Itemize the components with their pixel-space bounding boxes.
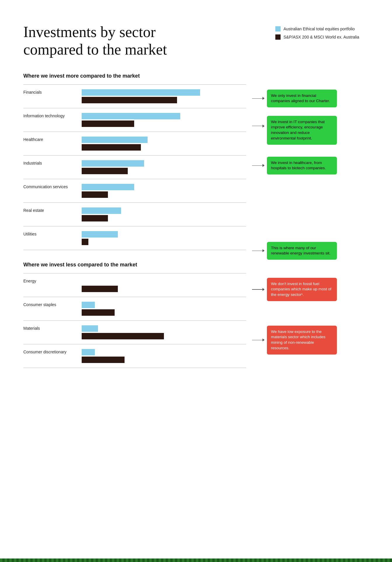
page-title: Investments by sector compared to the ma… [23, 23, 167, 58]
more-chart-wrapper: Financials Information technology [23, 84, 369, 250]
row-label-consumerdiscretionary: Consumer discretionary [23, 348, 82, 364]
annotation-it: We invest in IT companies that improve e… [252, 116, 337, 145]
bar-blue-utilities [82, 231, 118, 238]
bar-dark-it [82, 121, 134, 127]
table-row: Information technology [23, 108, 246, 132]
section-less-heading: Where we invest less compared to the mar… [23, 262, 369, 268]
bar-blue-consumerdiscretionary [82, 349, 95, 355]
bars-financials [82, 88, 246, 104]
legend-item-1: Australian Ethical total equities portfo… [275, 26, 369, 32]
row-label-it: Information technology [23, 112, 82, 128]
table-row: Utilities [23, 226, 246, 250]
section-less: Where we invest less compared to the mar… [23, 262, 369, 368]
bars-it [82, 112, 246, 128]
bars-consumerdiscretionary [82, 348, 246, 364]
table-row: Consumer discretionary [23, 344, 246, 368]
annotation-energy: We don't invest in fossil fuel companies… [252, 278, 337, 301]
section-more-heading: Where we invest more compared to the mar… [23, 73, 369, 79]
bar-dark-industrials [82, 168, 128, 174]
less-chart-lines: Energy Consumer staples Materi [23, 273, 246, 368]
legend-label-2: S&P/ASX 200 & MSCI World ex. Australia [284, 35, 359, 39]
bars-consumerstaples [82, 301, 246, 317]
bar-dark-energy [82, 286, 118, 292]
table-row: Financials [23, 84, 246, 108]
annotation-financials: We only invest in financial companies al… [252, 90, 337, 108]
table-row: Consumer staples [23, 297, 246, 320]
row-label-utilities: Utilities [23, 230, 82, 246]
bars-materials [82, 324, 246, 341]
table-row: Real estate [23, 203, 246, 226]
table-row: Industrials [23, 155, 246, 179]
table-row: Energy [23, 273, 246, 297]
bar-dark-utilities [82, 239, 88, 245]
bar-blue-financials [82, 89, 200, 96]
annotation-bubble-healthcare: We invest in healthcare, from hospitals … [267, 157, 337, 175]
bar-dark-realestate [82, 215, 108, 221]
annotation-bubble-utilities: This is where many of our renewable ener… [267, 242, 337, 260]
more-chart-lines: Financials Information technology [23, 84, 246, 250]
bar-blue-consumerstaples [82, 302, 95, 308]
bars-healthcare [82, 135, 246, 152]
bars-utilities [82, 230, 246, 246]
bar-blue-comms [82, 184, 134, 190]
row-label-materials: Materials [23, 324, 82, 341]
annotation-bubble-it: We invest in IT companies that improve e… [267, 116, 337, 145]
row-label-consumerstaples: Consumer staples [23, 301, 82, 317]
legend-item-2: S&P/ASX 200 & MSCI World ex. Australia [275, 34, 369, 40]
bar-dark-healthcare [82, 144, 141, 151]
annotation-materials: We have low exposure to the materials se… [252, 326, 337, 355]
bars-energy [82, 277, 246, 293]
bars-realestate [82, 206, 246, 223]
bars-industrials [82, 159, 246, 175]
row-label-energy: Energy [23, 277, 82, 293]
table-row: Communication services [23, 179, 246, 203]
row-label-industrials: Industrials [23, 159, 82, 175]
bar-blue-it [82, 113, 180, 119]
annotation-bubble-materials: We have low exposure to the materials se… [267, 326, 337, 355]
bar-dark-consumerstaples [82, 309, 115, 316]
bar-blue-materials [82, 325, 98, 332]
bar-dark-consumerdiscretionary [82, 357, 125, 363]
annotation-bubble-financials: We only invest in financial companies al… [267, 90, 337, 108]
row-label-healthcare: Healthcare [23, 135, 82, 152]
annotation-bubble-energy: We don't invest in fossil fuel companies… [267, 278, 337, 301]
less-chart-wrapper: Energy Consumer staples Materi [23, 273, 369, 368]
page-container: Investments by sector compared to the ma… [0, 0, 392, 385]
bar-dark-materials [82, 333, 164, 339]
title-section: Investments by sector compared to the ma… [23, 23, 369, 58]
bar-dark-comms [82, 191, 108, 198]
bottom-bar [0, 558, 392, 562]
legend-swatch-blue [275, 26, 281, 32]
row-label-financials: Financials [23, 88, 82, 104]
bar-blue-industrials [82, 160, 144, 167]
legend-label-1: Australian Ethical total equities portfo… [284, 27, 355, 31]
table-row: Materials [23, 320, 246, 344]
row-label-comms: Communication services [23, 183, 82, 199]
section-more: Where we invest more compared to the mar… [23, 73, 369, 250]
bars-comms [82, 183, 246, 199]
bar-dark-financials [82, 97, 177, 103]
bar-blue-realestate [82, 207, 121, 214]
legend-swatch-dark [275, 34, 281, 40]
annotation-utilities: This is where many of our renewable ener… [252, 242, 337, 260]
bar-blue-healthcare [82, 137, 148, 143]
annotation-healthcare: We invest in healthcare, from hospitals … [252, 157, 337, 175]
table-row: Healthcare [23, 132, 246, 155]
row-label-realestate: Real estate [23, 206, 82, 223]
legend: Australian Ethical total equities portfo… [275, 26, 369, 40]
